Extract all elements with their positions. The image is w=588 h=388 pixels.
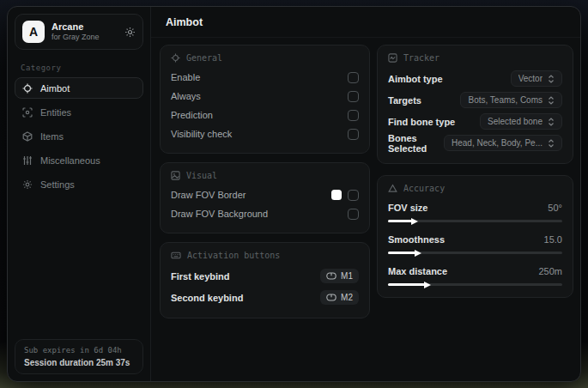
sub-expiry-text: Sub expires in 6d 04h [24, 346, 134, 355]
subscription-card: Sub expires in 6d 04h Session duration 2… [15, 339, 143, 374]
setting-row: Enable [171, 68, 359, 87]
crosshair-icon [171, 53, 180, 63]
game-background: { "sidebar": { "logo_letter": "A", "app_… [0, 0, 588, 388]
section-title: Activation buttons [187, 251, 280, 260]
smoothness-slider[interactable] [388, 252, 562, 254]
page-header: Aimbot [151, 7, 580, 38]
keyboard-icon [171, 251, 181, 260]
setting-row: Targets Bots, Teams, Coms [388, 89, 562, 111]
app-subtitle: for Gray Zone [52, 33, 118, 42]
sidebar: A Arcane for Gray Zone Category [8, 7, 151, 381]
section-title: Visual [186, 171, 217, 180]
slider-fill[interactable] [388, 220, 412, 222]
visibility-check-checkbox[interactable] [348, 129, 359, 140]
crosshair-icon [22, 83, 33, 94]
mouse-icon [326, 294, 336, 301]
activation-buttons-card: Activation buttons First keybind M1 [160, 242, 370, 318]
setting-row: Aimbot type Vector [388, 68, 562, 89]
prediction-checkbox[interactable] [348, 110, 359, 121]
setting-row: Visibility check [171, 124, 359, 143]
aimbot-type-dropdown[interactable]: Vector [511, 70, 562, 87]
session-duration-text: Session duration 25m 37s [24, 358, 134, 367]
sidebar-item-aimbot[interactable]: Aimbot [15, 77, 143, 99]
setting-row: Second keybind M2 [171, 287, 359, 308]
chevrons-up-down-icon [548, 96, 555, 105]
section-title: Tracker [403, 53, 439, 63]
sidebar-nav: Aimbot Entities Items [8, 77, 150, 195]
sidebar-item-settings[interactable]: Settings [15, 173, 143, 195]
chevrons-up-down-icon [548, 139, 555, 148]
slider-row: Max distance 250m [388, 262, 562, 286]
sidebar-item-items[interactable]: Items [15, 125, 143, 147]
bones-selected-dropdown[interactable]: Head, Neck, Body, Pe... [444, 135, 562, 151]
sidebar-item-label: Settings [40, 179, 75, 190]
setting-row: Prediction [171, 106, 359, 124]
app-logo: A [22, 21, 45, 43]
sliders-icon [22, 155, 33, 166]
draw-fov-border-checkbox[interactable] [348, 190, 359, 201]
sidebar-item-label: Entities [40, 107, 71, 118]
enable-checkbox[interactable] [348, 72, 359, 83]
section-title: General [186, 53, 222, 63]
first-keybind-button[interactable]: M1 [320, 269, 359, 283]
setting-row: Draw FOV Background [171, 204, 359, 223]
slider-row: Smoothness 15.0 [388, 230, 562, 254]
main-panel: Aimbot General Enable [151, 7, 580, 381]
activity-frame-icon [388, 53, 397, 63]
accuracy-card: Accuracy FOV size 50° Smoothness [377, 175, 573, 298]
image-icon [171, 171, 180, 180]
setting-row: Find bone type Selected bone [388, 111, 562, 132]
sidebar-item-label: Miscellaneous [40, 155, 100, 166]
entities-icon [22, 107, 33, 118]
section-title: Accuracy [403, 184, 445, 193]
chevrons-up-down-icon [548, 75, 555, 83]
page-title: Aimbot [166, 16, 203, 28]
sidebar-item-label: Items [40, 131, 64, 142]
slider-row: FOV size 50° [388, 198, 562, 222]
smoothness-value: 15.0 [544, 234, 562, 245]
general-card: General Enable Always Prediction [160, 45, 370, 154]
slider-fill[interactable] [388, 283, 425, 286]
setting-row: Always [171, 87, 359, 106]
fov-border-color-swatch[interactable] [331, 190, 342, 200]
fov-size-value: 50° [548, 203, 562, 213]
tracker-card: Tracker Aimbot type Vector [377, 45, 573, 164]
slider-fill[interactable] [388, 252, 415, 254]
items-icon [22, 131, 33, 142]
mouse-icon [326, 272, 336, 280]
always-checkbox[interactable] [348, 91, 359, 102]
max-distance-slider[interactable] [388, 283, 562, 286]
second-keybind-button[interactable]: M2 [320, 290, 359, 305]
gear-icon[interactable] [124, 27, 136, 38]
sidebar-item-miscellaneous[interactable]: Miscellaneous [15, 149, 143, 171]
draw-fov-background-checkbox[interactable] [348, 209, 359, 220]
menu-window: A Arcane for Gray Zone Category [7, 6, 581, 382]
chevrons-up-down-icon [548, 118, 555, 126]
setting-row: Bones Selected Head, Neck, Body, Pe... [388, 132, 562, 154]
targets-dropdown[interactable]: Bots, Teams, Coms [460, 92, 562, 108]
app-title: Arcane [52, 21, 118, 33]
visual-card: Visual Draw FOV Border Draw FOV Backgrou… [160, 162, 370, 233]
triangle-icon [388, 184, 397, 193]
find-bone-type-dropdown[interactable]: Selected bone [480, 113, 562, 130]
setting-row: Draw FOV Border [171, 185, 359, 204]
category-label: Category [21, 64, 137, 72]
sidebar-item-label: Aimbot [40, 83, 70, 94]
app-header-card: A Arcane for Gray Zone [15, 14, 143, 50]
max-distance-value: 250m [538, 266, 562, 276]
gear-icon [22, 179, 33, 190]
fov-size-slider[interactable] [388, 220, 562, 222]
sidebar-item-entities[interactable]: Entities [15, 101, 143, 123]
setting-row: First keybind M1 [171, 265, 359, 287]
